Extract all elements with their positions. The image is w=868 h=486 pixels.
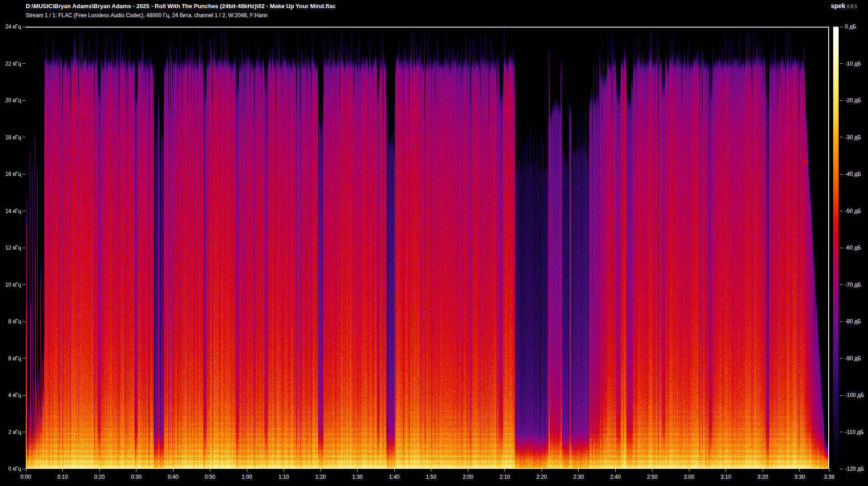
db-label: -30 дБ (845, 134, 861, 141)
time-tick (542, 469, 542, 472)
time-tick (505, 469, 505, 472)
freq-tick (23, 469, 25, 469)
db-label: -110 дБ (845, 429, 863, 435)
time-tick (763, 469, 763, 472)
time-label: 2:50 (641, 474, 664, 480)
time-label: 3:00 (678, 474, 700, 480)
freq-tick (23, 284, 25, 285)
freq-label: 18 кГц (0, 134, 21, 141)
freq-label: 14 кГц (0, 208, 21, 214)
time-tick (799, 469, 800, 472)
freq-label: 0 кГц (0, 466, 21, 472)
file-path-title: D:\MUSIC\Bryan Adams\Bryan Adams - 2025 … (26, 3, 335, 9)
db-label: -120 дБ (845, 466, 864, 472)
time-tick (62, 469, 63, 472)
time-label: 0:40 (162, 474, 184, 480)
freq-label: 4 кГц (0, 392, 21, 398)
freq-tick (23, 395, 25, 396)
freq-tick (23, 358, 25, 359)
freq-label: 12 кГц (0, 245, 21, 251)
freq-label: 24 кГц (0, 24, 21, 30)
time-tick (357, 469, 358, 472)
freq-label: 2 кГц (0, 429, 21, 435)
time-tick (394, 469, 395, 472)
time-tick (615, 469, 616, 472)
time-tick (321, 469, 321, 472)
stream-info: Stream 1 / 1: FLAC (Free Lossless Audio … (26, 12, 268, 19)
time-tick (431, 469, 431, 472)
app-version: 0.8.5 (847, 4, 857, 9)
db-tick (840, 395, 843, 396)
db-tick (840, 174, 843, 175)
app-logo: spek 0.8.5 (831, 2, 857, 9)
colorbar-gradient (833, 27, 839, 469)
spectrogram-canvas (26, 27, 829, 469)
freq-tick (23, 432, 25, 432)
time-label: 3:30 (788, 474, 811, 480)
time-label: 0:30 (125, 474, 148, 480)
time-tick (578, 469, 579, 472)
time-label: 1:50 (420, 474, 443, 480)
time-label: 3:10 (715, 474, 737, 480)
db-label: -50 дБ (845, 208, 861, 214)
freq-label: 22 кГц (0, 61, 21, 67)
db-tick (840, 432, 843, 432)
freq-tick (23, 211, 25, 211)
time-tick (283, 469, 284, 472)
time-tick (136, 469, 137, 472)
freq-tick (23, 248, 25, 248)
db-label: -60 дБ (845, 245, 861, 251)
time-tick (726, 469, 726, 472)
db-label: -100 дБ (845, 392, 864, 398)
db-tick (840, 358, 843, 359)
time-label: 0:00 (14, 474, 37, 480)
time-tick (652, 469, 652, 472)
db-tick (840, 27, 843, 27)
db-tick (840, 100, 843, 101)
db-tick (840, 63, 843, 64)
freq-tick (23, 27, 25, 27)
time-label: 2:30 (567, 474, 590, 480)
time-tick (99, 469, 100, 472)
time-label: 0:20 (88, 474, 111, 480)
time-label: 0:10 (52, 474, 74, 480)
freq-tick (23, 137, 25, 137)
time-label: 2:00 (457, 474, 479, 480)
freq-tick (23, 321, 25, 322)
time-label: 2:10 (494, 474, 516, 480)
time-label: 3:38 (818, 474, 840, 480)
freq-tick (23, 174, 25, 175)
db-tick (840, 211, 843, 211)
time-tick (829, 469, 830, 472)
freq-label: 10 кГц (0, 282, 21, 288)
time-label: 1:30 (346, 474, 369, 480)
db-tick (840, 321, 843, 322)
time-label: 2:20 (530, 474, 553, 480)
db-tick (840, 248, 843, 248)
freq-label: 8 кГц (0, 318, 21, 325)
freq-label: 16 кГц (0, 171, 21, 177)
db-label: -90 дБ (845, 355, 861, 362)
db-tick (840, 469, 843, 469)
freq-tick (23, 100, 25, 101)
time-tick (247, 469, 247, 472)
db-label: -10 дБ (845, 61, 861, 67)
time-tick (210, 469, 210, 472)
app-name: spek (831, 2, 845, 9)
time-label: 3:20 (751, 474, 774, 480)
freq-tick (23, 63, 25, 64)
time-tick (468, 469, 468, 472)
db-label: 0 дБ (845, 24, 856, 30)
db-label: -20 дБ (845, 97, 861, 104)
time-tick (173, 469, 174, 472)
time-label: 2:40 (604, 474, 627, 480)
time-label: 1:40 (383, 474, 406, 480)
time-label: 1:10 (273, 474, 295, 480)
time-label: 1:00 (236, 474, 258, 480)
db-tick (840, 284, 843, 285)
freq-label: 20 кГц (0, 97, 21, 104)
db-label: -40 дБ (845, 171, 861, 177)
time-tick (26, 469, 26, 472)
db-label: -80 дБ (845, 318, 861, 325)
db-tick (840, 137, 843, 137)
